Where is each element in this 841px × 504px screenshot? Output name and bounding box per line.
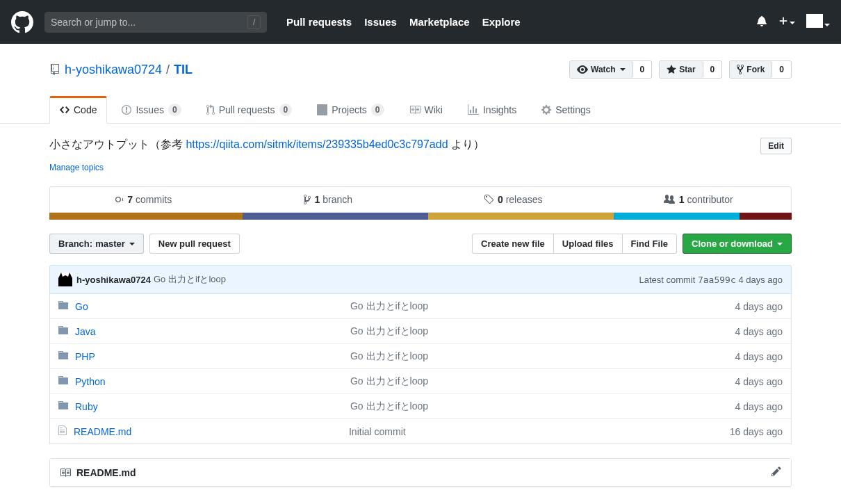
stat-commits[interactable]: 7 commits [50,187,236,212]
nav-explore[interactable]: Explore [482,16,521,28]
latest-commit-bar: h-yoshikawa0724 Go 出力とifとloop Latest com… [49,265,792,294]
nav-issues[interactable]: Issues [364,16,397,28]
file-name-link[interactable]: Java [75,326,96,337]
find-file-button[interactable]: Find File [622,234,677,254]
file-row: GoGo 出力とifとloop4 days ago [50,294,791,318]
nav-pull-requests[interactable]: Pull requests [286,16,352,28]
pencil-icon [771,466,781,477]
file-commit-message[interactable]: Initial commit [349,426,406,437]
file-commit-message[interactable]: Go 出力とifとloop [350,300,428,311]
language-segment[interactable] [740,213,792,220]
language-segment[interactable] [243,213,428,220]
file-row: README.mdInitial commit16 days ago [50,418,791,444]
language-bar[interactable] [49,213,792,220]
folder-icon [58,375,75,388]
file-age: 4 days ago [699,401,783,412]
search-hotkey-badge: / [247,15,261,29]
edit-description-button[interactable]: Edit [760,138,792,154]
language-segment[interactable] [428,213,614,220]
readme-box: README.md [49,458,792,487]
description-link[interactable]: https://qiita.com/sitmk/items/239335b4ed… [186,138,448,150]
file-row: PHPGo 出力とifとloop4 days ago [50,343,791,368]
commit-message-link[interactable]: Go 出力とifとloop [154,273,226,286]
tab-settings[interactable]: Settings [531,96,601,124]
readme-filename: README.md [76,467,136,478]
star-count[interactable]: 0 [703,62,722,77]
create-file-button[interactable]: Create new file [472,234,553,254]
create-menu[interactable] [778,16,795,28]
search-input-wrapper[interactable]: / [44,12,267,33]
file-age: 4 days ago [699,326,783,337]
file-commit-message[interactable]: Go 出力とifとloop [350,375,428,387]
folder-icon [58,350,75,363]
search-input[interactable] [51,17,243,28]
repo-stats: 7 commits 1 branch 0 releases 1 contribu… [49,186,792,213]
tab-code[interactable]: Code [49,96,107,124]
folder-icon [58,325,75,338]
commit-sha-link[interactable]: 7aa599c [698,275,736,285]
commit-author-link[interactable]: h-yoshikawa0724 [76,275,151,285]
language-segment[interactable] [49,213,243,220]
file-row: PythonGo 出力とifとloop4 days ago [50,368,791,393]
readme-edit-button[interactable] [771,466,781,479]
repo-title: h-yoshikawa0724 / TIL [49,63,193,77]
watch-count[interactable]: 0 [632,62,652,77]
repo-owner-link[interactable]: h-yoshikawa0724 [65,63,162,77]
star-button[interactable]: Star [660,61,702,78]
file-commit-message[interactable]: Go 出力とifとloop [350,350,428,361]
branch-select-button[interactable]: Branch: master [49,234,144,254]
folder-icon [58,300,75,313]
repo-description: 小さなアウトプット（参考 https://qiita.com/sitmk/ite… [49,138,753,152]
tab-pull-requests[interactable]: Pull requests 0 [196,96,303,124]
upload-files-button[interactable]: Upload files [553,234,622,254]
tab-projects[interactable]: Projects 0 [307,96,394,124]
github-logo[interactable] [11,11,33,33]
language-segment[interactable] [614,213,740,220]
global-header: / Pull requests Issues Marketplace Explo… [0,0,841,44]
latest-commit-label: Latest commit [639,275,695,285]
folder-icon [58,400,75,413]
nav-marketplace[interactable]: Marketplace [409,16,470,28]
commit-avatar [58,273,72,286]
avatar [806,14,823,28]
commit-age: 4 days ago [738,275,783,285]
file-list: GoGo 出力とifとloop4 days agoJavaGo 出力とifとlo… [49,294,792,444]
file-name-link[interactable]: Ruby [75,401,98,412]
tab-issues[interactable]: Issues 0 [111,96,191,124]
repo-name-link[interactable]: TIL [174,63,193,76]
fork-count[interactable]: 0 [771,62,791,77]
file-commit-message[interactable]: Go 出力とifとloop [350,325,428,336]
file-age: 4 days ago [699,301,783,312]
stat-releases[interactable]: 0 releases [420,187,606,212]
file-name-link[interactable]: PHP [75,351,95,362]
stat-branches[interactable]: 1 branch [236,187,421,212]
file-icon [58,425,74,438]
file-row: RubyGo 出力とifとloop4 days ago [50,393,791,418]
user-menu[interactable] [806,14,830,30]
file-age: 4 days ago [699,376,783,387]
file-commit-message[interactable]: Go 出力とifとloop [350,400,428,412]
manage-topics-link[interactable]: Manage topics [49,163,104,172]
file-name-link[interactable]: Python [75,376,106,387]
stat-contributors[interactable]: 1 contributor [606,187,792,212]
file-row: JavaGo 出力とifとloop4 days ago [50,318,791,343]
file-age: 16 days ago [699,426,783,437]
file-name-link[interactable]: Go [75,301,88,312]
book-icon [60,467,71,478]
repo-header: h-yoshikawa0724 / TIL Watch 0 Star 0 [49,44,792,79]
tab-wiki[interactable]: Wiki [399,96,453,124]
clone-download-button[interactable]: Clone or download [683,234,792,254]
repo-description-row: 小さなアウトプット（参考 https://qiita.com/sitmk/ite… [49,138,792,154]
file-age: 4 days ago [699,351,783,362]
fork-button[interactable]: Fork [730,61,771,78]
notifications-icon[interactable] [756,15,767,29]
file-name-link[interactable]: README.md [74,426,131,437]
repo-icon [49,64,60,75]
new-pull-request-button[interactable]: New pull request [149,234,240,254]
primary-nav: Pull requests Issues Marketplace Explore [286,16,521,28]
watch-button[interactable]: Watch [570,61,632,78]
tab-insights[interactable]: Insights [457,96,527,124]
